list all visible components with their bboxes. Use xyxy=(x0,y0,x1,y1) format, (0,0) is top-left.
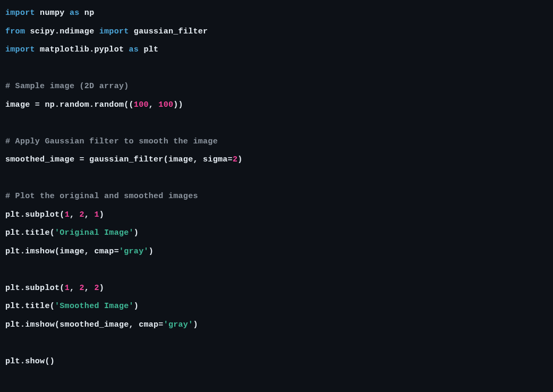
number-1: 1 xyxy=(65,284,70,293)
number-2: 2 xyxy=(94,284,99,293)
number-100: 100 xyxy=(158,100,173,109)
code-text: plt.subplot( xyxy=(5,284,65,293)
keyword-import: import xyxy=(5,8,35,18)
code-line-17: plt.title('Smoothed Image') xyxy=(5,297,548,316)
code-text: plt.title( xyxy=(5,228,55,237)
alias-plt: plt xyxy=(139,45,158,54)
number-1: 1 xyxy=(94,210,99,219)
code-line-5: # Sample image (2D array) xyxy=(5,78,548,96)
string-gray: 'gray' xyxy=(119,247,149,256)
alias-np: np xyxy=(80,8,95,18)
code-text: plt.subplot( xyxy=(5,210,65,219)
code-text: , xyxy=(84,284,95,293)
string-gray: 'gray' xyxy=(164,320,193,329)
string-smoothed-image: 'Smoothed Image' xyxy=(55,302,134,311)
code-line-3: import matplotlib.pyplot as plt xyxy=(5,41,548,59)
number-100: 100 xyxy=(134,100,149,109)
code-text: ) xyxy=(99,210,104,219)
blank-line-4 xyxy=(5,59,548,78)
code-text: plt.title( xyxy=(5,302,55,311)
code-text: smoothed_image = gaussian_filter(image, … xyxy=(5,155,233,164)
blank-line-19 xyxy=(5,334,548,353)
func-gaussian-filter: gaussian_filter xyxy=(129,27,208,36)
string-original-image: 'Original Image' xyxy=(55,228,134,237)
code-text: plt.show() xyxy=(5,357,55,366)
code-text: , xyxy=(149,100,159,109)
keyword-from: from xyxy=(5,27,25,36)
code-text: )) xyxy=(173,100,183,109)
module-matplotlib: matplotlib.pyplot xyxy=(35,45,129,54)
comment-plot: # Plot the original and smoothed images xyxy=(5,192,198,201)
code-text: ) xyxy=(134,302,139,311)
comment-apply-gaussian: # Apply Gaussian filter to smooth the im… xyxy=(5,137,218,146)
code-line-14: plt.imshow(image, cmap='gray') xyxy=(5,243,548,261)
code-text: image = np.random.random(( xyxy=(5,100,134,109)
number-2: 2 xyxy=(233,155,237,164)
code-text: plt.imshow(image, cmap= xyxy=(5,247,119,256)
number-2: 2 xyxy=(80,284,84,293)
blank-line-10 xyxy=(5,169,548,188)
code-line-18: plt.imshow(smoothed_image, cmap='gray') xyxy=(5,316,548,335)
code-text: , xyxy=(70,210,80,219)
code-line-13: plt.title('Original Image') xyxy=(5,224,548,243)
code-line-16: plt.subplot(1, 2, 2) xyxy=(5,279,548,298)
code-text: ) xyxy=(99,284,104,293)
blank-line-7 xyxy=(5,114,548,133)
number-2: 2 xyxy=(80,210,84,219)
code-text: ) xyxy=(193,320,198,329)
code-text: , xyxy=(84,210,95,219)
keyword-as: as xyxy=(70,8,80,18)
code-text: ) xyxy=(237,155,242,164)
code-line-1: import numpy as np xyxy=(5,4,548,23)
code-block: import numpy as np from scipy.ndimage im… xyxy=(5,4,548,371)
blank-line-15 xyxy=(5,261,548,279)
module-numpy: numpy xyxy=(35,8,70,18)
code-line-9: smoothed_image = gaussian_filter(image, … xyxy=(5,151,548,169)
keyword-as: as xyxy=(129,45,139,54)
number-1: 1 xyxy=(65,210,70,219)
code-line-20: plt.show() xyxy=(5,353,548,371)
code-line-12: plt.subplot(1, 2, 1) xyxy=(5,206,548,225)
code-text: ) xyxy=(149,247,154,256)
keyword-import: import xyxy=(99,27,129,36)
code-line-11: # Plot the original and smoothed images xyxy=(5,188,548,206)
code-line-6: image = np.random.random((100, 100)) xyxy=(5,96,548,115)
code-text: plt.imshow(smoothed_image, cmap= xyxy=(5,320,164,329)
code-text: , xyxy=(70,284,80,293)
keyword-import: import xyxy=(5,45,35,54)
module-scipy: scipy.ndimage xyxy=(25,27,99,36)
code-line-2: from scipy.ndimage import gaussian_filte… xyxy=(5,23,548,41)
code-text: ) xyxy=(134,228,139,237)
comment-sample-image: # Sample image (2D array) xyxy=(5,82,129,91)
code-line-8: # Apply Gaussian filter to smooth the im… xyxy=(5,133,548,151)
